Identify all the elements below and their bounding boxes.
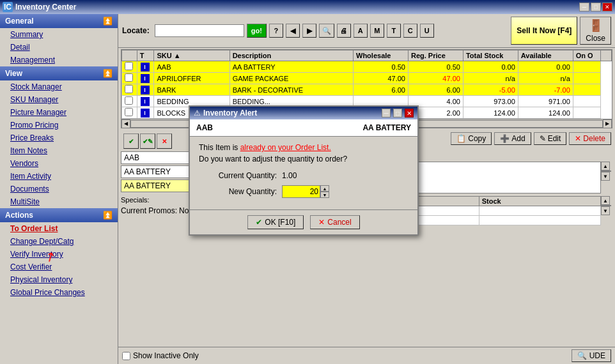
dialog-cancel-button[interactable]: ✕ Cancel	[310, 215, 359, 229]
dialog-message1: This Item is already on your Order List.	[199, 143, 409, 152]
ok-check-icon: ✔	[256, 218, 262, 227]
dialog-title-text: Inventory Alert	[203, 109, 379, 118]
dialog-overlay: ⚠ Inventory Alert ─ □ ✕ AAB AA BATTERY T…	[0, 0, 615, 364]
dialog-footer: ✔ OK [F10] ✕ Cancel	[190, 209, 417, 234]
current-qty-row: Current Quantity: 1.00	[199, 171, 409, 180]
dialog-minimize-button[interactable]: ─	[382, 109, 391, 118]
dialog-header-info: AAB AA BATTERY	[190, 119, 417, 137]
qty-spinner[interactable]: ▲ ▼	[320, 185, 329, 198]
dialog-title-bar: ⚠ Inventory Alert ─ □ ✕	[190, 107, 417, 119]
inventory-alert-dialog: ⚠ Inventory Alert ─ □ ✕ AAB AA BATTERY T…	[189, 105, 419, 236]
dialog-ok-button[interactable]: ✔ OK [F10]	[247, 215, 304, 229]
spin-down-button[interactable]: ▼	[320, 192, 329, 198]
dialog-alert-icon: ⚠	[194, 109, 201, 118]
dialog-description: AA BATTERY	[362, 123, 411, 132]
new-qty-control: ▲ ▼	[282, 185, 329, 198]
current-qty-value: 1.00	[282, 171, 333, 180]
current-qty-label: Current Quantity:	[199, 171, 282, 180]
dialog-highlight-text: already on your Order List.	[240, 143, 331, 152]
dialog-body: This Item is already on your Order List.…	[190, 137, 417, 209]
dialog-close-button[interactable]: ✕	[405, 109, 414, 118]
cancel-x-icon: ✕	[318, 218, 325, 227]
new-qty-row: New Quantity: ▲ ▼	[199, 185, 409, 198]
new-qty-input[interactable]	[282, 185, 320, 198]
new-qty-label: New Quantity:	[199, 187, 282, 196]
spin-up-button[interactable]: ▲	[320, 185, 329, 192]
dialog-maximize-button[interactable]: □	[393, 109, 402, 118]
dialog-message2: Do you want to adjust the quantity to or…	[199, 155, 409, 163]
dialog-sku: AAB	[196, 123, 213, 132]
